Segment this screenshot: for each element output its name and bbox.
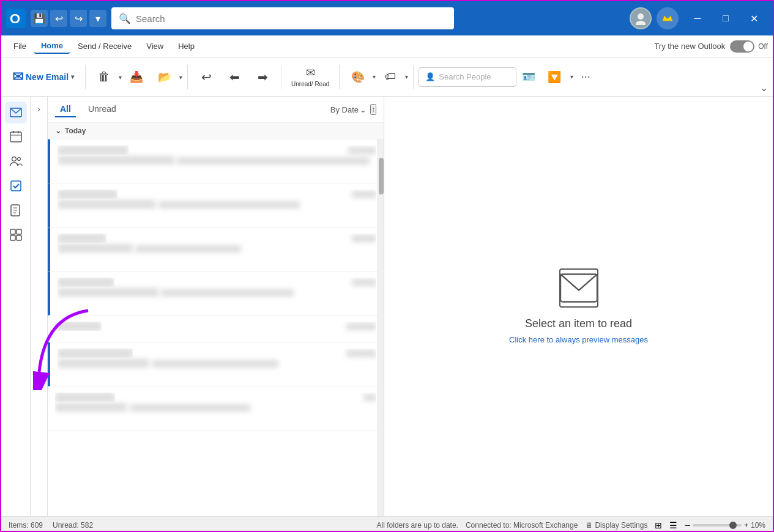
- svg-rect-7: [10, 132, 21, 142]
- undo-title-button[interactable]: ↩: [50, 10, 67, 27]
- group-collapse-icon[interactable]: ⌄: [55, 127, 61, 135]
- color-category-button[interactable]: 🎨: [344, 68, 371, 86]
- archive-button[interactable]: 📥: [123, 68, 150, 86]
- menu-bar: File Home Send / Receive View Help Try t…: [1, 35, 773, 57]
- email-subject: Sixth email subject line here: [58, 359, 149, 368]
- new-email-button[interactable]: ✉ New Email ▾: [6, 64, 80, 90]
- sort-button[interactable]: By Date ⌄: [330, 105, 367, 114]
- email-sender: Another Sender: [58, 190, 117, 199]
- unread-read-button[interactable]: ✉ Unread/ Read: [286, 64, 334, 90]
- delete-icon: 🗑: [98, 70, 110, 84]
- menu-view[interactable]: View: [139, 39, 171, 53]
- ribbon-divider-1: [85, 65, 86, 89]
- redo-back-button[interactable]: ⬅: [221, 67, 248, 87]
- reading-pane-envelope-icon: [559, 268, 598, 308]
- tab-all[interactable]: All: [55, 102, 76, 117]
- ribbon-expand-button[interactable]: ⌄: [760, 82, 768, 94]
- search-people-box[interactable]: 👤 Search People: [419, 67, 516, 87]
- toggle-off-label: Off: [758, 42, 768, 51]
- email-content: Sender Name Here 10:45 AM Subject line t…: [58, 146, 376, 177]
- menu-home[interactable]: Home: [34, 39, 70, 54]
- contact-card-button[interactable]: 🪪: [519, 67, 538, 87]
- tasks-nav-button[interactable]: [5, 175, 27, 197]
- move-dropdown[interactable]: ▾: [179, 74, 182, 81]
- email-scroll[interactable]: Sender Name Here 10:45 AM Subject line t…: [48, 139, 384, 430]
- move-button[interactable]: 📂: [151, 68, 178, 86]
- email-item[interactable]: Third Person 8:15 AM Third email subject…: [48, 227, 384, 272]
- sort-direction-button[interactable]: ↑: [370, 104, 376, 115]
- people-nav-button[interactable]: [5, 150, 27, 172]
- zoom-out-button[interactable]: ─: [685, 521, 690, 530]
- search-input[interactable]: [136, 13, 447, 24]
- color-dropdown[interactable]: ▾: [373, 73, 376, 80]
- close-button[interactable]: ✕: [740, 7, 768, 29]
- menu-help[interactable]: Help: [171, 39, 202, 53]
- more-button[interactable]: ···: [576, 67, 595, 87]
- redo-title-button[interactable]: ↪: [70, 10, 87, 27]
- reading-pane-title: Select an item to read: [525, 317, 632, 330]
- save-button[interactable]: 💾: [31, 10, 48, 27]
- premium-button[interactable]: [657, 7, 679, 29]
- apps-nav-button[interactable]: [5, 224, 27, 246]
- email-item[interactable]: Fourth Contact 7:00 AM Fourth email subj…: [48, 272, 384, 316]
- svg-rect-13: [11, 181, 21, 191]
- email-content: Third Person 8:15 AM Third email subject…: [58, 234, 376, 265]
- minimize-button[interactable]: ─: [683, 7, 712, 29]
- maximize-button[interactable]: □: [712, 7, 740, 29]
- menu-file[interactable]: File: [6, 39, 34, 53]
- email-subject: Fourth email subject goes here: [58, 288, 158, 297]
- email-time: 7:00 AM: [352, 279, 376, 286]
- tags-button[interactable]: 🏷: [377, 68, 404, 86]
- forward-button[interactable]: ➡: [249, 67, 276, 87]
- forward-icon: ➡: [258, 70, 268, 84]
- customize-button[interactable]: ▾: [89, 10, 106, 27]
- search-icon: 🔍: [119, 13, 131, 24]
- connection-status: Connected to: Microsoft Exchange: [466, 521, 578, 530]
- expand-folder-button[interactable]: ›: [32, 102, 47, 116]
- move-icon: 📂: [158, 70, 171, 84]
- filter-icon: 🔽: [548, 70, 561, 84]
- email-row1: Seventh Sender Mon: [55, 393, 376, 402]
- notes-nav-button[interactable]: [5, 199, 27, 221]
- search-bar[interactable]: 🔍: [111, 7, 454, 29]
- unread-group: ✉ Unread/ Read: [286, 64, 334, 90]
- email-item[interactable]: Sender Name Here 10:45 AM Subject line t…: [48, 139, 384, 183]
- display-settings-button[interactable]: 🖥 Display Settings: [585, 521, 647, 530]
- email-preview: Sixth email preview content from message: [152, 360, 278, 368]
- menu-send-receive[interactable]: Send / Receive: [70, 39, 139, 53]
- zoom-slider[interactable]: [693, 524, 742, 526]
- new-outlook-toggle[interactable]: Off: [730, 40, 768, 53]
- preview-messages-link[interactable]: Click here to always preview messages: [509, 335, 648, 344]
- undo-button[interactable]: ↩: [193, 67, 220, 87]
- ribbon: ✉ New Email ▾ 🗑 ▾ 📥 📂 ▾ ↩ ⬅ ➡: [1, 57, 773, 97]
- new-email-group: ✉ New Email ▾: [6, 64, 80, 90]
- filter-button[interactable]: 🔽: [541, 68, 568, 86]
- search-people-icon: 👤: [425, 72, 435, 81]
- toggle-switch[interactable]: [730, 40, 754, 53]
- svg-rect-21: [17, 235, 21, 240]
- email-subject: Third email subject line: [58, 244, 133, 253]
- tab-unread[interactable]: Unread: [83, 102, 121, 117]
- calendar-nav-button[interactable]: [5, 126, 27, 148]
- email-item[interactable]: Fifth Person Yesterday: [48, 316, 384, 342]
- email-item[interactable]: Another Sender 9:30 AM Second email subj…: [48, 183, 384, 227]
- tags-dropdown[interactable]: ▾: [405, 73, 408, 80]
- email-item[interactable]: Sixth Contact Name Yesterday Sixth email…: [48, 342, 384, 386]
- search-people-placeholder: Search People: [439, 72, 491, 81]
- mail-nav-button[interactable]: [5, 102, 27, 124]
- account-avatar[interactable]: [630, 7, 652, 29]
- zoom-in-button[interactable]: +: [744, 521, 748, 530]
- group-header-label: Today: [65, 127, 86, 135]
- more-icon: ···: [581, 70, 590, 83]
- filter-dropdown[interactable]: ▾: [570, 73, 573, 80]
- view-button-2[interactable]: ☰: [669, 520, 677, 530]
- new-email-dropdown-arrow[interactable]: ▾: [71, 73, 74, 80]
- view-button-1[interactable]: ⊞: [655, 520, 662, 530]
- delete-dropdown[interactable]: ▾: [119, 74, 122, 81]
- email-item[interactable]: Seventh Sender Mon Seventh email subject…: [48, 386, 384, 430]
- zoom-thumb: [729, 522, 737, 529]
- email-time: 9:30 AM: [352, 191, 376, 198]
- delete-button[interactable]: 🗑: [91, 67, 117, 86]
- email-row1: Sender Name Here 10:45 AM: [58, 146, 376, 155]
- sort-label: By Date: [330, 105, 359, 114]
